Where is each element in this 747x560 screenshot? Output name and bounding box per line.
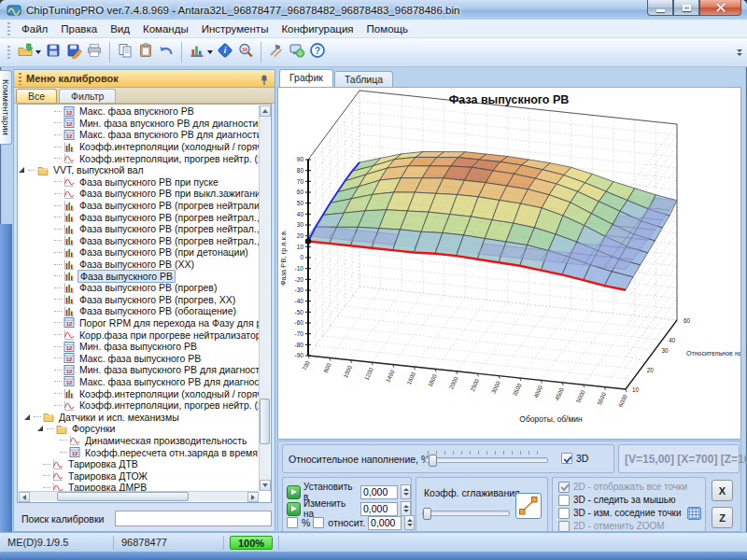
tree-item[interactable]: Фаза выпускного РВ (прогрев нейтрал., хо… (19, 211, 259, 223)
tree-item[interactable]: Фаза выпускного РВ (прогрев нейтрализато… (19, 200, 259, 212)
menu-item-1[interactable]: Правка (54, 21, 104, 36)
scroll-down-icon[interactable] (260, 480, 271, 491)
tree-item[interactable]: 12Порог RPM для перехода на Фазу для реж… (19, 317, 259, 329)
surface-chart[interactable]: -90-80-70-60-50-40-30-20-100102030405060… (278, 88, 740, 440)
tree-item[interactable]: 12Коэфф.пересчета отн.заряда в время впр… (19, 446, 259, 458)
pin-icon[interactable] (259, 73, 270, 85)
tree-item[interactable]: 12Макс. фаза выпускного РВ (19, 352, 259, 364)
maximize-button[interactable] (673, 0, 699, 16)
display-option-checkbox-0[interactable]: 2D - отображать все точки (558, 482, 687, 493)
minimize-button[interactable] (647, 0, 673, 16)
scroll-right-icon[interactable] (247, 492, 259, 502)
change-value-button[interactable] (287, 502, 301, 516)
line-edit-button[interactable] (515, 493, 542, 519)
tree-item[interactable]: 12Мин. фаза выпускного РВ (19, 341, 259, 353)
tree-item[interactable]: Коэфф.интерполяции, прогрев нейтр. (холо… (19, 152, 259, 164)
set-value-input[interactable] (360, 485, 398, 499)
chart-area[interactable]: -90-80-70-60-50-40-30-20-100102030405060… (277, 87, 741, 440)
checkbox-box[interactable] (558, 508, 570, 519)
tree-item[interactable]: Корр.фаза при прогреве нейтрализатора (19, 329, 259, 341)
change-value-spinner[interactable] (401, 501, 411, 516)
save-as-button[interactable] (63, 40, 84, 64)
tree-item[interactable]: 12Макс. фаза впускного РВ (19, 105, 259, 118)
tree-folder[interactable]: VVT, выпускной вал (19, 164, 259, 176)
tree-item[interactable]: Динамическая производительность (19, 435, 259, 447)
chart-button[interactable] (187, 40, 215, 64)
scroll-left-icon[interactable] (19, 492, 30, 502)
smoothing-track[interactable] (422, 511, 510, 516)
slider-thumb[interactable] (429, 455, 437, 467)
tree-item[interactable]: Фаза выпускного РВ (при детонации) (19, 246, 259, 259)
display-option-checkbox-2[interactable]: 3D - изм. соседние точки (558, 508, 682, 519)
tree-item[interactable]: Коэфф.интерполяции (холодный / горячий ) (19, 387, 259, 399)
tree-vertical-scrollbar[interactable] (259, 105, 270, 491)
tree-item[interactable]: Коэфф.интерполяции (холодный / горячий ) (19, 141, 259, 153)
undo-button[interactable] (156, 40, 176, 64)
info-button[interactable]: i (215, 40, 235, 64)
copy-button[interactable] (115, 40, 135, 64)
display-option-checkbox-3[interactable]: 2D - отменить ZOOM (558, 521, 665, 532)
tree-item[interactable]: 12Мин. фаза впускного РВ для диагностики (19, 118, 259, 130)
set-value-spinner[interactable] (401, 484, 411, 499)
z-axis-button[interactable]: Z (712, 507, 733, 528)
view-tab-table[interactable]: Таблица (334, 71, 393, 87)
tree-item[interactable]: Фаза выпускного РВ (прогрев нейтрал., XX… (19, 223, 259, 235)
menu-item-2[interactable]: Вид (104, 21, 136, 36)
calibration-panel-header[interactable]: Меню калибровок (14, 70, 275, 88)
slider-track[interactable] (425, 457, 548, 463)
vertical-scroll-thumb[interactable] (260, 399, 270, 445)
checkbox-box[interactable] (558, 482, 570, 493)
tree-item[interactable]: Тарировка ДМРВ (19, 482, 259, 491)
smoothing-slider[interactable] (422, 504, 510, 521)
tree-item[interactable]: Фаза выпускного РВ при пуске (19, 176, 259, 189)
tools-button[interactable] (266, 40, 287, 64)
print-button[interactable] (84, 40, 105, 64)
network-button[interactable] (287, 40, 307, 64)
dropdown-arrow-icon[interactable] (35, 50, 41, 54)
search-values-button[interactable]: 10 (235, 40, 256, 64)
tree-item[interactable]: 12Макс. фаза впускного РВ для диагностик… (19, 129, 259, 141)
calibration-tab-1[interactable]: Фильтр (59, 89, 116, 103)
set-value-button[interactable] (287, 485, 301, 499)
title-bar[interactable]: ChipTuningPRO ver.7.4.8.969 - Antara32L_… (0, 0, 747, 20)
scroll-up-icon[interactable] (260, 105, 271, 117)
checkbox-relative-box[interactable] (313, 517, 324, 528)
relative-value-spinner[interactable] (404, 515, 415, 530)
menu-item-6[interactable]: Помощь (360, 21, 415, 36)
save-button[interactable] (43, 40, 63, 64)
menu-item-3[interactable]: Команды (136, 21, 195, 36)
open-file-button[interactable] (15, 40, 43, 64)
relative-value-input[interactable] (368, 516, 402, 530)
tree-horizontal-scrollbar[interactable] (19, 491, 259, 501)
checkbox-3d[interactable]: 3D (561, 453, 588, 464)
calibration-search-input[interactable] (115, 511, 272, 526)
checkbox-box[interactable] (558, 495, 570, 506)
tree-item[interactable]: Коэфф.интерполяции, прогрев нейтр. (холо… (19, 399, 259, 412)
tree-item[interactable]: Фаза выпускного РВ (прогрев нейтрал., XX… (19, 235, 259, 247)
menu-item-4[interactable]: Инструменты (195, 21, 275, 36)
view-tab-chart[interactable]: График (279, 69, 333, 87)
tree-item[interactable]: Тарировка ДТВ (19, 458, 259, 470)
tree-item[interactable]: Фаза выпускного РВ (обогащение) (19, 305, 259, 317)
display-option-checkbox-1[interactable]: 3D - следить за мышью (558, 495, 676, 506)
menu-item-5[interactable]: Конфигурация (275, 21, 359, 36)
tree-item[interactable]: Фаза выпускного РВ (19, 270, 259, 282)
tree-item[interactable]: Фаза выпускного РВ при выкл.зажигания (19, 188, 259, 200)
tree-folder[interactable]: Форсунки (19, 423, 259, 435)
horizontal-scroll-thumb[interactable] (57, 492, 189, 501)
expander-icon[interactable] (37, 426, 43, 431)
expander-icon[interactable] (24, 414, 30, 420)
comments-side-tab[interactable]: Комментарии (0, 70, 12, 145)
smoothing-thumb[interactable] (423, 508, 431, 520)
tree-item[interactable]: Фаза выпускного РВ (прогрев) (19, 282, 259, 294)
tree-item[interactable]: Фаза выпускного РВ (XX) (19, 259, 259, 271)
calibration-tab-0[interactable]: Все (16, 89, 57, 103)
x-axis-button[interactable]: X (712, 480, 733, 501)
tree-item[interactable]: 12Мин. фаза выпускного РВ для диагностик… (19, 364, 259, 376)
grid-edit-button[interactable] (687, 507, 701, 520)
menu-item-0[interactable]: Файл (15, 21, 54, 36)
dropdown-arrow-icon[interactable] (207, 50, 213, 54)
toolbar-overflow-button[interactable] (735, 44, 743, 61)
checkbox-3d-box[interactable] (561, 453, 572, 464)
paste-button[interactable] (135, 40, 156, 64)
